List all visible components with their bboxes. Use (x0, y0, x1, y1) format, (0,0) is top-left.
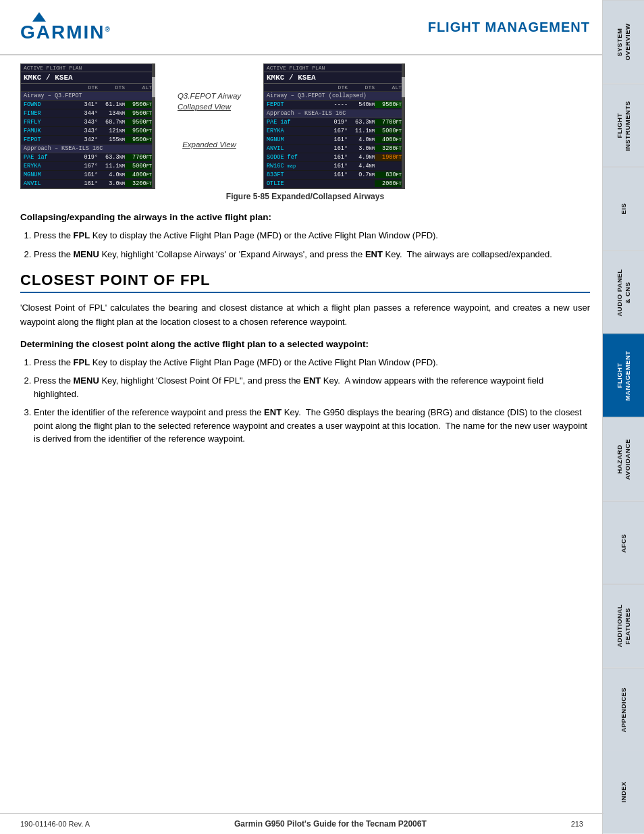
page-footer: 190-01146-00 Rev. A Garmin G950 Pilot's … (0, 813, 603, 834)
table-row: FEPOT ---- 540NM 9500FT (264, 101, 404, 109)
right-fp-title: ACTIVE FLIGHT PLAN (264, 64, 404, 72)
right-col-dtk: DTK (327, 84, 348, 90)
table-row: ERYKA 167° 11.1NM 5000FT (264, 127, 404, 136)
left-section-approach: Approach – KSEA-ILS 16C (21, 145, 155, 153)
registered-icon: ® (105, 26, 111, 33)
garmin-wordmark: GARMIN® (20, 23, 111, 42)
sidebar-tab-hazard-avoidance[interactable]: HAZARDAVOIDANCE (603, 417, 644, 501)
table-row: 833FT 161° 0.7NM 830FT (264, 171, 404, 180)
diagrams-container: ACTIVE FLIGHT PLAN KMKC / KSEA DTK DTS A… (20, 63, 590, 189)
key-fpl-2: FPL (74, 357, 90, 367)
table-row: MGNUM 161° 4.0NM 4000FT (264, 136, 404, 145)
right-col-dts: DTS (348, 84, 375, 90)
sidebar-tab-flight-management[interactable]: FLIGHTMANAGEMENT (603, 334, 644, 417)
page-title: FLIGHT MANAGEMENT (428, 20, 590, 35)
right-fp-wrapper: ACTIVE FLIGHT PLAN KMKC / KSEA DTK DTS A… (263, 63, 405, 189)
table-row: FRFLY 343° 68.7NM 9500FT (21, 118, 155, 127)
list-item: Press the MENU Key, highlight 'Collapse … (34, 248, 590, 261)
left-col-dts: DTS (98, 84, 125, 90)
key-menu-1: MENU (74, 249, 99, 259)
left-section-airway: Airway – Q3.FEPOT (21, 92, 155, 101)
right-section-approach: Approach – KSEA-ILS 16C (264, 109, 404, 118)
sidebar-tab-index[interactable]: INDEX (603, 751, 644, 834)
annotation-q3-label: Q3.FEPOT Airway Collapsed View (178, 90, 241, 112)
table-row: SODOE fef 161° 4.9NM 1900FT (264, 153, 404, 162)
footer-left: 190-01146-00 Rev. A (20, 820, 90, 828)
determining-heading: Determining the closest point along the … (20, 339, 590, 349)
figure-caption: Figure 5-85 Expanded/Collapsed Airways (20, 192, 590, 201)
key-menu-2: MENU (74, 375, 99, 386)
list-item: Press the FPL Key to display the Active … (34, 229, 590, 242)
footer-right: 213 (571, 820, 583, 828)
collapsing-steps: Press the FPL Key to display the Active … (34, 229, 590, 261)
table-row: MGNUM 161° 4.0NM 4000FT (21, 171, 155, 180)
table-row: ANVIL 161° 3.0NM 3200FT (264, 145, 404, 153)
right-scrollbar[interactable] (402, 63, 405, 189)
table-row: RW16C map 161° 4.4NM (264, 162, 404, 171)
garmin-logo: GARMIN® (20, 12, 111, 42)
left-col-dtk: DTK (78, 84, 98, 90)
collapsing-heading: Collapsing/expanding the airways in the … (20, 212, 590, 222)
key-ent-2: ENT (303, 375, 321, 386)
right-col-alt: ALT (375, 84, 402, 90)
right-scrollbar-thumb (402, 77, 405, 97)
key-ent-3: ENT (264, 407, 281, 417)
left-scrollbar[interactable] (152, 63, 155, 189)
table-row: FEPOT 342° 155NM 9500FT (21, 136, 155, 145)
sidebar-tab-additional-features[interactable]: ADDITIONALFEATURES (603, 584, 644, 668)
left-fp-box: ACTIVE FLIGHT PLAN KMKC / KSEA DTK DTS A… (20, 63, 155, 189)
left-fp-wrapper: ACTIVE FLIGHT PLAN KMKC / KSEA DTK DTS A… (20, 63, 155, 189)
sidebar-tab-flight-instruments[interactable]: FLIGHTINSTRUMENTS (603, 84, 644, 167)
table-row: PAE iaf 019° 63.3NM 7700FT (21, 153, 155, 162)
sidebar-tab-afcs[interactable]: AFCS (603, 501, 644, 585)
right-fp-box: ACTIVE FLIGHT PLAN KMKC / KSEA DTK DTS A… (263, 63, 405, 189)
list-item: Press the MENU Key, highlight 'Closest P… (34, 374, 590, 400)
garmin-triangle-icon (32, 12, 46, 22)
table-row: ERYKA 167° 11.1NM 5000FT (21, 162, 155, 171)
table-row: FOWND 341° 61.1NM 9500FT (21, 101, 155, 109)
annotation-expanded-label: Expanded View (182, 139, 236, 150)
sidebar-tab-system-overview[interactable]: SYSTEMOVERVIEW (603, 0, 644, 84)
sidebar-tab-appendices[interactable]: APPENDICES (603, 668, 644, 752)
sidebar-tab-audio-panel[interactable]: AUDIO PANEL& CNS (603, 251, 644, 334)
sidebar-tab-eis[interactable]: EIS (603, 167, 644, 251)
right-fp-col-headers: DTK DTS ALT (264, 84, 404, 92)
chapter-intro: 'Closest Point of FPL' calculates the be… (20, 301, 590, 330)
key-ent-1: ENT (365, 249, 383, 259)
table-row: FINER 344° 134NM 9500FT (21, 109, 155, 118)
left-fp-col-headers: DTK DTS ALT (21, 84, 155, 92)
footer-center: Garmin G950 Pilot's Guide for the Tecnam… (234, 819, 427, 829)
main-content: ACTIVE FLIGHT PLAN KMKC / KSEA DTK DTS A… (0, 55, 644, 467)
determining-steps: Press the FPL Key to display the Active … (34, 356, 590, 446)
table-row: OTLIE 2000FT (264, 180, 404, 188)
key-fpl-1: FPL (74, 230, 90, 240)
list-item: Enter the identifier of the reference wa… (34, 406, 590, 446)
right-section-airway-collapsed: Airway – Q3.FEPOT (collapsed) (264, 92, 404, 101)
table-row: ANVIL 161° 3.0NM 3200FT (21, 180, 155, 188)
chapter-title: CLOSEST POINT OF FPL (20, 271, 590, 293)
table-row: FAMUK 343° 121NM 9500FT (21, 127, 155, 136)
right-fp-route: KMKC / KSEA (264, 72, 404, 84)
left-col-alt: ALT (125, 84, 152, 90)
left-scrollbar-thumb (152, 77, 155, 97)
left-fp-title: ACTIVE FLIGHT PLAN (21, 64, 155, 72)
list-item: Press the FPL Key to display the Active … (34, 356, 590, 369)
table-row: PAE iaf 019° 63.3NM 7700FT (264, 118, 404, 127)
left-fp-route: KMKC / KSEA (21, 72, 155, 84)
diagram-annotations: Q3.FEPOT Airway Collapsed View Expanded … (169, 63, 250, 150)
sidebar-tabs: SYSTEMOVERVIEW FLIGHTINSTRUMENTS EIS AUD… (602, 0, 644, 834)
page-header: GARMIN® FLIGHT MANAGEMENT (0, 0, 644, 55)
